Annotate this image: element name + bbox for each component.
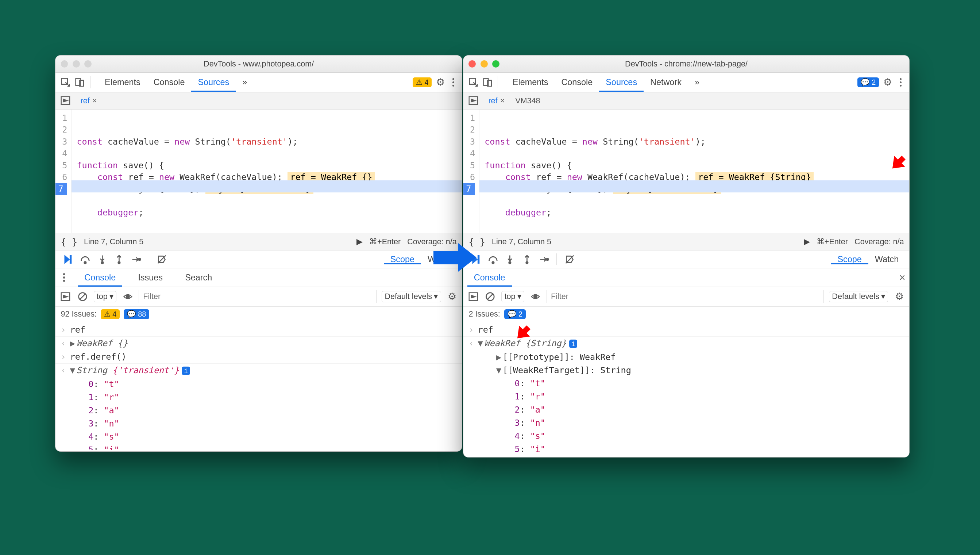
drawer-tab-search[interactable]: Search: [178, 268, 219, 287]
drawer-more-icon[interactable]: [59, 273, 69, 282]
drawer-tabs: Console ×: [464, 268, 909, 287]
svg-point-20: [547, 258, 548, 260]
issues-summary[interactable]: 92 Issues: ⚠ 4 💬 88: [56, 307, 462, 322]
close-drawer-icon[interactable]: ×: [899, 272, 905, 284]
file-tab-bar: ref× VM348: [464, 92, 909, 109]
window-title: DevTools - www.photopea.com/: [56, 59, 462, 69]
comparison-arrow-icon: [433, 243, 480, 272]
editor-statusbar: { } Line 7, Column 5 ▶ ⌘+Enter Coverage:…: [56, 233, 462, 250]
tabs-overflow[interactable]: »: [236, 73, 254, 92]
gear-icon[interactable]: ⚙: [435, 76, 446, 88]
console-settings-icon[interactable]: ⚙: [894, 290, 905, 302]
traffic-min[interactable]: [73, 60, 80, 67]
console-run-icon[interactable]: [59, 290, 71, 302]
step-over-icon[interactable]: [79, 253, 91, 265]
svg-point-5: [84, 262, 86, 264]
tab-scope[interactable]: Scope: [384, 255, 421, 265]
file-tab-vm[interactable]: VM348: [514, 96, 542, 106]
traffic-max[interactable]: [492, 60, 499, 67]
step-icon[interactable]: [130, 253, 142, 265]
drawer-tab-console[interactable]: Console: [78, 268, 122, 287]
line-number: 4: [62, 148, 67, 159]
console-run-icon[interactable]: [467, 290, 479, 302]
log-levels-select[interactable]: Default levels ▾: [829, 291, 888, 303]
device-icon[interactable]: [74, 76, 86, 88]
filter-input[interactable]: [139, 290, 376, 303]
play-icon[interactable]: ▶: [357, 237, 363, 247]
line-number: 2: [470, 124, 475, 135]
cursor-position: Line 7, Column 5: [492, 237, 551, 247]
line-number: 6: [62, 171, 67, 183]
gear-icon[interactable]: ⚙: [881, 76, 893, 88]
step-icon[interactable]: [538, 253, 550, 265]
step-out-icon[interactable]: [113, 253, 125, 265]
run-snippet-icon[interactable]: [59, 95, 71, 107]
current-line-gutter: 7: [463, 183, 475, 195]
info-icon[interactable]: i: [569, 340, 577, 348]
tab-scope[interactable]: Scope: [831, 255, 868, 265]
context-select[interactable]: top ▾: [94, 291, 117, 303]
deactivate-breakpoints-icon[interactable]: [156, 253, 168, 265]
tab-watch[interactable]: Watch: [868, 255, 905, 265]
cursor-position: Line 7, Column 5: [84, 237, 143, 247]
tabs-overflow[interactable]: »: [688, 73, 706, 92]
run-snippet-icon[interactable]: [467, 95, 479, 107]
more-icon[interactable]: [896, 78, 905, 87]
warnings-badge[interactable]: ⚠4: [412, 77, 432, 87]
debugger-toolbar: Scope Watch: [464, 250, 909, 268]
step-into-icon[interactable]: [96, 253, 108, 265]
tab-console[interactable]: Console: [555, 73, 599, 92]
code-editor[interactable]: 1 2 3 4 5 6 7 7 const cacheValue = new S…: [56, 109, 462, 233]
tab-sources[interactable]: Sources: [191, 73, 236, 92]
resume-icon[interactable]: [62, 253, 74, 265]
console-settings-icon[interactable]: ⚙: [446, 290, 458, 302]
filter-input[interactable]: [547, 290, 823, 303]
file-tab-ref[interactable]: ref×: [487, 96, 506, 106]
issues-summary[interactable]: 2 Issues: 💬 2: [464, 307, 909, 322]
close-icon[interactable]: ×: [500, 96, 505, 106]
live-expression-icon[interactable]: [122, 290, 134, 302]
traffic-max[interactable]: [84, 60, 91, 67]
tab-elements[interactable]: Elements: [98, 73, 147, 92]
coverage-status: Coverage: n/a: [854, 237, 904, 247]
clear-console-icon[interactable]: [77, 290, 88, 302]
traffic-close[interactable]: [468, 60, 476, 67]
step-over-icon[interactable]: [487, 253, 499, 265]
close-icon[interactable]: ×: [92, 96, 97, 106]
step-into-icon[interactable]: [504, 253, 516, 265]
svg-point-6: [101, 262, 103, 264]
inspect-icon[interactable]: [59, 76, 71, 88]
main-toolbar: Elements Console Sources » ⚠4 ⚙: [56, 73, 462, 92]
drawer-tab-issues[interactable]: Issues: [131, 268, 169, 287]
clear-console-icon[interactable]: [484, 290, 496, 302]
code-editor[interactable]: 1 2 3 4 5 6 7 7 const cacheValue = new S…: [464, 109, 909, 233]
console-filter-bar: top ▾ Default levels ▾ ⚙: [464, 287, 909, 307]
log-levels-select[interactable]: Default levels ▾: [382, 291, 441, 303]
inspect-icon[interactable]: [467, 76, 479, 88]
svg-rect-4: [70, 255, 72, 263]
titlebar[interactable]: DevTools - www.photopea.com/: [56, 56, 462, 73]
play-icon[interactable]: ▶: [804, 237, 810, 247]
step-out-icon[interactable]: [521, 253, 533, 265]
tab-elements[interactable]: Elements: [506, 73, 555, 92]
console-output[interactable]: ›ref ‹▶WeakRef {} ›ref.deref() ‹▼String …: [56, 322, 462, 451]
debugger-toolbar: Scope Watch: [56, 250, 462, 268]
tab-sources[interactable]: Sources: [599, 73, 644, 92]
info-badge[interactable]: 💬 2: [857, 77, 879, 87]
devtools-window-left: DevTools - www.photopea.com/ Elements Co…: [55, 55, 462, 452]
deactivate-breakpoints-icon[interactable]: [564, 253, 576, 265]
more-icon[interactable]: [449, 78, 458, 87]
tab-network[interactable]: Network: [644, 73, 688, 92]
device-icon[interactable]: [481, 76, 493, 88]
context-select[interactable]: top ▾: [501, 291, 524, 303]
file-tab-ref[interactable]: ref×: [79, 96, 98, 106]
info-icon[interactable]: i: [182, 367, 190, 375]
tab-console[interactable]: Console: [147, 73, 192, 92]
traffic-min[interactable]: [481, 60, 488, 67]
file-tab-bar: ref×: [56, 92, 462, 109]
traffic-close[interactable]: [61, 60, 68, 67]
pretty-print-icon[interactable]: { }: [61, 237, 78, 247]
console-output[interactable]: ›ref ‹▼WeakRef {String}i ▶[[Prototype]]:…: [464, 322, 909, 457]
titlebar[interactable]: DevTools - chrome://new-tab-page/: [464, 56, 909, 73]
live-expression-icon[interactable]: [530, 290, 542, 302]
